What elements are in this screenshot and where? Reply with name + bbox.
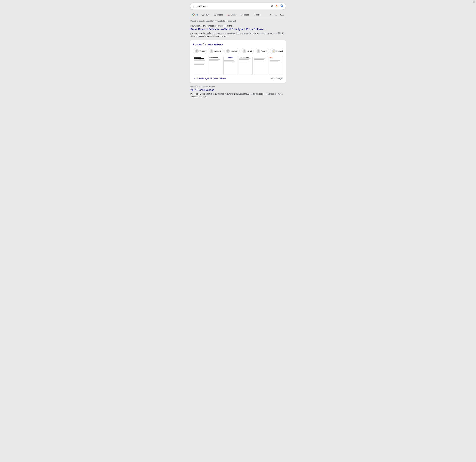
tab-all-label: All <box>196 14 198 16</box>
books-icon: 📖 <box>228 14 230 16</box>
tab-videos[interactable]: ▶ Videos <box>239 12 251 18</box>
tab-images-label: Images <box>217 14 223 16</box>
more-images-row: → More images for press release Report i… <box>193 77 283 80</box>
svg-line-1 <box>282 6 283 7</box>
result-1-title[interactable]: Press Release Definition — What Exactly … <box>190 27 286 31</box>
chip-fashion-label: fashion <box>261 50 267 52</box>
image-thumb-2[interactable]: SOCCER <box>208 56 222 75</box>
tools-link[interactable]: Tools <box>278 13 286 17</box>
news-icon: ☰ <box>202 14 204 16</box>
images-card: Images for press release format example <box>190 40 286 83</box>
tab-more-label: More <box>256 14 261 16</box>
image-thumb-4[interactable]: TIGER RESEARCH <box>238 56 253 75</box>
tab-all[interactable]: All <box>190 12 200 18</box>
chip-example-thumb <box>210 49 213 53</box>
search-input[interactable] <box>193 5 271 8</box>
mic-icon[interactable] <box>275 4 278 8</box>
result-2-domain: www.24-7pressrelease.com <box>190 86 214 88</box>
results-info: Page 2 of about 1,800,000,000 results (0… <box>190 20 286 22</box>
chip-format[interactable]: format <box>193 48 207 54</box>
chip-fashion-thumb <box>256 49 260 53</box>
images-card-title[interactable]: Images for press release <box>193 43 283 46</box>
doc-preview-3: MARTIN <box>224 57 237 74</box>
tab-books-label: Books <box>231 14 236 16</box>
more-images-link[interactable]: → More images for press release <box>193 77 226 80</box>
image-thumb-3[interactable]: MARTIN <box>223 56 238 75</box>
chip-product-thumb <box>272 49 276 53</box>
chip-fashion[interactable]: fashion <box>255 48 269 54</box>
chip-template-thumb <box>226 49 230 53</box>
chip-event-thumb <box>242 49 246 53</box>
doc-preview-4: TIGER RESEARCH <box>239 57 252 74</box>
chip-event-label: event <box>247 50 252 52</box>
search-icons: ✕ <box>271 4 283 8</box>
videos-icon: ▶ <box>241 14 242 16</box>
images-icon: 🖼 <box>214 14 216 16</box>
arrow-right-icon: → <box>193 77 196 80</box>
image-thumb-6[interactable]: naisA <box>269 56 283 75</box>
result-2-title[interactable]: 24-7 Press Release <box>190 88 286 92</box>
result-2-arrow[interactable]: ▾ <box>214 86 215 88</box>
tab-books[interactable]: 📖 Books <box>226 12 238 18</box>
result-2: www.24-7pressrelease.com ▾ 24-7 Press Re… <box>190 86 286 98</box>
chip-product-label: product <box>276 50 283 52</box>
image-thumbnails-grid: PRESS RELEASE SOCCER <box>193 56 283 75</box>
breadcrumb-arrow[interactable]: ▾ <box>233 25 234 27</box>
clear-icon[interactable]: ✕ <box>271 4 273 8</box>
search-bar: ✕ <box>190 3 286 9</box>
chip-template-label: template <box>231 50 238 52</box>
filter-chips: format example template ev <box>193 48 283 54</box>
chip-format-label: format <box>200 50 205 52</box>
breadcrumb-sep-1: › Home › Magazine › Public Relations <box>200 25 232 27</box>
page-container: ✕ <box>190 3 286 98</box>
tab-videos-label: Videos <box>243 14 249 16</box>
result-1-domain: prowly.com <box>190 25 200 27</box>
result-1-breadcrumb: prowly.com › Home › Magazine › Public Re… <box>190 25 286 27</box>
result-2-description: Press release distribution to thousands … <box>190 93 286 98</box>
doc-preview-1: PRESS RELEASE <box>194 57 206 74</box>
image-thumb-1[interactable]: PRESS RELEASE <box>193 56 207 75</box>
chip-example-label: example <box>214 50 221 52</box>
report-images-link[interactable]: Report images <box>271 77 283 80</box>
chip-product[interactable]: product <box>270 48 283 54</box>
tab-images[interactable]: 🖼 Images <box>212 12 225 18</box>
result-1: prowly.com › Home › Magazine › Public Re… <box>190 25 286 38</box>
result-2-breadcrumb: www.24-7pressrelease.com ▾ <box>190 86 286 88</box>
more-images-text: More images for press release <box>197 77 226 80</box>
doc-preview-2: SOCCER <box>209 57 221 74</box>
image-thumb-5[interactable] <box>254 56 268 75</box>
chip-format-thumb <box>195 49 199 53</box>
doc-preview-5 <box>254 57 267 74</box>
doc-preview-6: naisA <box>270 57 282 74</box>
search-icon[interactable] <box>280 4 283 8</box>
more-icon: ⋮ <box>253 14 255 16</box>
chip-event[interactable]: event <box>241 48 254 54</box>
chip-template[interactable]: template <box>224 48 240 54</box>
tab-more[interactable]: ⋮ More <box>251 12 263 18</box>
tab-news-label: News <box>205 14 210 16</box>
result-1-description: Press release is a tool made to announce… <box>190 32 286 38</box>
nav-tabs: All ☰ News 🖼 Images 📖 Books ▶ Videos ⋮ M… <box>190 12 286 18</box>
settings-link[interactable]: Settings <box>268 13 278 17</box>
tab-news[interactable]: ☰ News <box>200 12 212 18</box>
chip-example[interactable]: example <box>208 48 223 54</box>
all-icon <box>192 13 195 16</box>
